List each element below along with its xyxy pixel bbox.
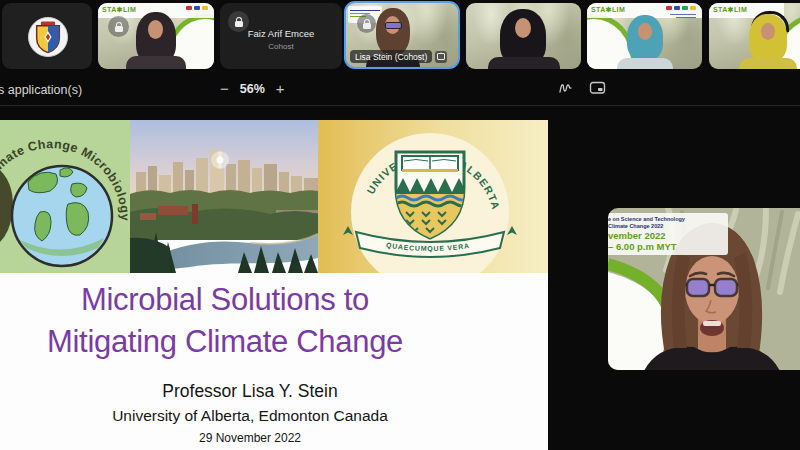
participant-name: Faiz Arif Emcee (220, 28, 342, 39)
meeting-window: STA✱LIM Faiz Arif Emcee Cohost Lisa Stei… (0, 0, 800, 450)
starlim-logo: STA✱LIM (591, 6, 625, 14)
participant-tile-6[interactable]: STA✱LIM (587, 3, 702, 69)
participant-tile-faiz[interactable]: Faiz Arif Emcee Cohost (220, 3, 342, 69)
conference-banner: e on Science and Technology Climate Chan… (608, 213, 728, 255)
toolbar-divider (0, 105, 800, 106)
slide-title: Microbial Solutions to Mitigating Climat… (0, 279, 450, 363)
flags-decoration (666, 6, 696, 10)
presenter-affiliation: University of Alberta, Edmonton Canada (0, 407, 500, 425)
university-crest-avatar-icon (33, 20, 63, 54)
participant-name-label: Lisa Stein (Cohost) (350, 50, 432, 63)
lock-icon (108, 16, 129, 37)
glasses (385, 22, 402, 29)
banner-line2: Climate Change 2022 (608, 223, 724, 230)
banner-fine-print (670, 12, 696, 20)
annotate-icon[interactable] (558, 81, 574, 95)
flags-decoration (186, 6, 208, 10)
participant-tile-2[interactable]: STA✱LIM (98, 3, 214, 69)
climate-change-microbiology-logo: Climate Change Microbiology (0, 120, 130, 273)
avatar (28, 17, 68, 57)
banner-line4: – 6.00 p.m MYT (608, 241, 724, 252)
monitor-icon[interactable] (589, 81, 606, 95)
presenter-name: Professor Lisa Y. Stein (0, 381, 500, 402)
active-speaker-tile-lisa[interactable]: Lisa Stein (Cohost) (344, 1, 460, 69)
screen-share-icon (435, 51, 447, 63)
university-of-alberta-crest: UNIVERSITY OF ALBERTA (318, 120, 548, 273)
presentation-date: 29 November 2022 (0, 431, 500, 445)
lock-icon (357, 14, 376, 33)
edmonton-skyline-photo (130, 120, 318, 273)
banner-line1: e on Science and Technology (608, 216, 724, 223)
participant-role: Cohost (220, 42, 342, 51)
sharing-status-text: s application(s) (0, 83, 82, 97)
screen-share-toolbar: s application(s) − 56% + (0, 74, 800, 106)
zoom-in-button[interactable]: + (276, 79, 285, 99)
participant-tile-1[interactable] (2, 3, 92, 69)
slide-title-line1: Microbial Solutions to (0, 279, 450, 321)
zoom-level[interactable]: 56% (240, 82, 265, 96)
slide-title-line2: Mitigating Climate Change (0, 321, 450, 363)
speaker-video-lisa[interactable]: e on Science and Technology Climate Chan… (608, 208, 800, 370)
shared-slide: Climate Change Microbiology (0, 120, 548, 450)
participant-tile-5[interactable] (466, 3, 581, 69)
zoom-out-button[interactable]: − (220, 79, 229, 99)
starlim-logo: STA✱LIM (102, 6, 136, 14)
starlim-logo: STA✱LIM (713, 6, 747, 14)
participant-tile-7[interactable]: STA✱LIM (709, 3, 800, 69)
slide-subtitle: Professor Lisa Y. Stein University of Al… (0, 381, 500, 445)
banner-line3: vember 2022 (608, 230, 724, 241)
